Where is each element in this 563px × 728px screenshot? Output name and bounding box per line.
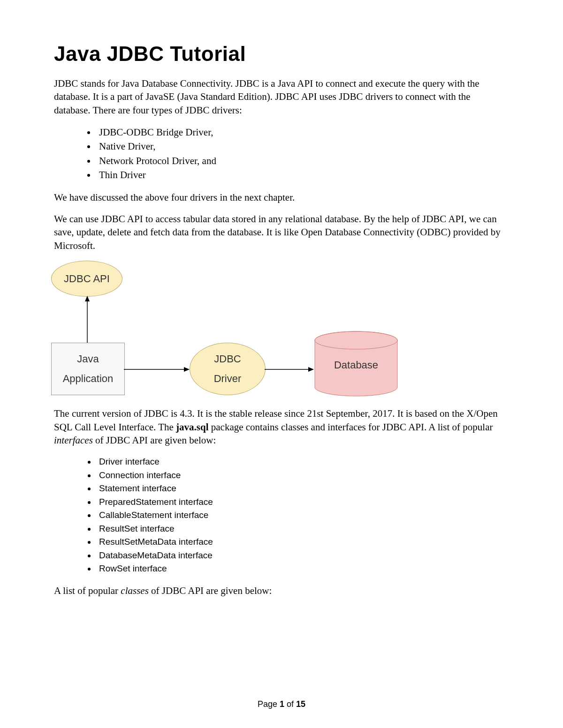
node-label: JDBC (214, 349, 241, 369)
list-item: CallableStatement interface (96, 509, 509, 522)
interfaces-list: Driver interface Connection interface St… (54, 455, 509, 576)
list-item: Network Protocol Driver, and (96, 154, 509, 168)
text: package contains classes and interfaces … (209, 421, 493, 433)
node-database: Database (314, 331, 398, 397)
list-item: Connection interface (96, 469, 509, 482)
arrow-right-icon (265, 366, 314, 375)
list-item: PreparedStatement interface (96, 495, 509, 509)
page-title: Java JDBC Tutorial (54, 42, 509, 66)
svg-marker-3 (85, 296, 90, 301)
paragraph-version: The current version of JDBC is 4.3. It i… (54, 407, 509, 447)
list-item: Driver interface (96, 455, 509, 469)
svg-marker-7 (308, 367, 314, 372)
list-item: ResultSet interface (96, 522, 509, 536)
intro-paragraph: JDBC stands for Java Database Connectivi… (54, 77, 509, 117)
jdbc-architecture-diagram: JDBC API Java Application JDBC Driver Da… (51, 261, 426, 397)
list-item: Native Driver, (96, 139, 509, 153)
arrow-up-icon (84, 296, 93, 343)
page-footer: Page 1 of 15 (0, 699, 563, 709)
text-bold-package: java.sql (176, 421, 208, 433)
list-item: Statement interface (96, 482, 509, 495)
paragraph-classes: A list of popular classes of JDBC API ar… (54, 584, 509, 597)
text-italic-classes: classes (121, 585, 149, 596)
list-item: Thin Driver (96, 168, 509, 182)
text: of JDBC API are given below: (93, 435, 216, 446)
text: of JDBC API are given below: (149, 585, 272, 596)
text: A list of popular (54, 585, 121, 596)
document-page: Java JDBC Tutorial JDBC stands for Java … (0, 0, 563, 728)
text-italic-interfaces: interfaces (54, 435, 93, 446)
node-java-application: Java Application (51, 343, 125, 395)
driver-types-list: JDBC-ODBC Bridge Driver, Native Driver, … (54, 125, 509, 182)
page-current: 1 (280, 699, 284, 709)
node-label: Application (63, 369, 114, 389)
node-label: Driver (214, 369, 242, 389)
node-label: JDBC API (64, 273, 110, 285)
list-item: RowSet interface (96, 562, 509, 576)
list-item: ResultSetMetaData interface (96, 535, 509, 549)
node-jdbc-api: JDBC API (51, 261, 122, 297)
footer-text: of (284, 699, 296, 709)
node-jdbc-driver: JDBC Driver (190, 343, 266, 395)
page-total: 15 (296, 699, 305, 709)
footer-text: Page (258, 699, 280, 709)
node-label: Java (77, 349, 99, 369)
node-label: Database (314, 359, 398, 371)
paragraph-access-data: We can use JDBC API to access tabular da… (54, 212, 509, 252)
list-item: DatabaseMetaData interface (96, 549, 509, 563)
arrow-right-icon (124, 366, 190, 375)
svg-marker-5 (184, 367, 190, 372)
paragraph-next-chapter: We have discussed the above four drivers… (54, 191, 509, 204)
list-item: JDBC-ODBC Bridge Driver, (96, 125, 509, 139)
